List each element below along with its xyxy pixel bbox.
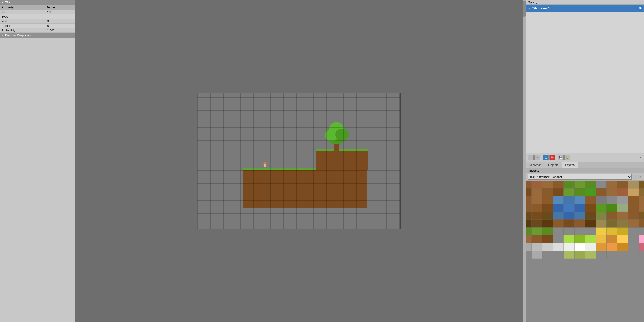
- tool-btn-stop[interactable]: ⛔: [549, 155, 555, 160]
- svg-rect-65: [526, 204, 532, 212]
- svg-rect-86: [532, 212, 542, 219]
- center-scrollbar[interactable]: [523, 0, 526, 322]
- svg-rect-90: [575, 212, 585, 219]
- svg-rect-12: [596, 181, 606, 188]
- table-row: Type: [0, 14, 75, 19]
- tab-layers[interactable]: Layers: [562, 162, 578, 168]
- svg-rect-73: [606, 204, 617, 212]
- svg-rect-186: [532, 251, 542, 259]
- tilesets-header: Tilesets: [526, 168, 644, 173]
- svg-rect-69: [564, 204, 575, 212]
- svg-rect-185: [526, 251, 532, 259]
- svg-rect-7: [542, 181, 553, 188]
- svg-rect-29: [564, 188, 575, 196]
- property-value: 8: [46, 19, 75, 24]
- tab-objects[interactable]: Objects: [545, 162, 562, 168]
- svg-rect-149: [564, 235, 575, 243]
- svg-rect-170: [575, 243, 585, 251]
- tool-btn-lock[interactable]: 🔒: [564, 155, 570, 160]
- layer-row[interactable]: ⊞ Tile Layer 1 👁: [526, 5, 644, 12]
- svg-rect-136: [639, 227, 644, 235]
- svg-rect-109: [564, 219, 575, 227]
- svg-rect-8: [553, 181, 564, 188]
- svg-rect-135: [628, 227, 639, 235]
- svg-rect-132: [596, 227, 606, 235]
- opacity-row: Opacity:: [526, 0, 644, 5]
- svg-rect-150: [575, 235, 585, 243]
- svg-rect-165: [526, 243, 532, 251]
- svg-rect-192: [596, 251, 606, 259]
- property-name: Probability: [0, 28, 46, 33]
- svg-rect-31: [585, 188, 596, 196]
- tileset-minimize-btn[interactable]: –: [633, 175, 637, 179]
- svg-rect-14: [617, 181, 628, 188]
- svg-rect-93: [606, 212, 617, 219]
- svg-rect-194: [617, 251, 628, 259]
- tab-minimap[interactable]: Mini-map: [526, 162, 545, 168]
- panel-close-btn[interactable]: ×: [638, 155, 642, 160]
- property-value: 163: [46, 10, 75, 14]
- svg-rect-88: [553, 212, 564, 219]
- svg-rect-32: [596, 188, 606, 196]
- svg-rect-148: [553, 235, 564, 243]
- upper-platform-grass: [316, 149, 368, 151]
- svg-rect-66: [532, 204, 542, 212]
- svg-rect-114: [617, 219, 628, 227]
- svg-rect-52: [596, 196, 606, 204]
- scrollbar-thumb[interactable]: [523, 1, 526, 17]
- panel-minimize-btn[interactable]: –: [633, 155, 638, 160]
- svg-rect-127: [542, 227, 553, 235]
- svg-rect-70: [575, 204, 585, 212]
- tool-btn-grid[interactable]: ⊞: [543, 155, 549, 160]
- svg-rect-174: [617, 243, 628, 251]
- svg-rect-96: [639, 212, 644, 219]
- svg-rect-187: [542, 251, 553, 259]
- properties-table: Property Value ID163TypeWidth8Height8Pro…: [0, 5, 75, 33]
- svg-rect-50: [575, 196, 585, 204]
- svg-rect-36: [639, 188, 644, 196]
- svg-rect-30: [575, 188, 585, 196]
- property-value: [46, 14, 75, 19]
- tool-btn-fwd[interactable]: →: [534, 155, 540, 160]
- svg-rect-169: [564, 243, 575, 251]
- collapse-arrow[interactable]: ▼: [2, 1, 4, 4]
- svg-rect-28: [553, 188, 564, 196]
- tileset-svg: [526, 181, 644, 322]
- svg-rect-154: [617, 235, 628, 243]
- svg-rect-56: [639, 196, 644, 204]
- svg-rect-116: [639, 219, 644, 227]
- svg-rect-26: [532, 188, 542, 196]
- tree-foliage-right: [335, 129, 349, 141]
- tile-section-header: ▼ Tile: [0, 0, 75, 5]
- svg-rect-15: [628, 181, 639, 188]
- svg-rect-167: [542, 243, 553, 251]
- svg-rect-196: [639, 251, 644, 259]
- toolbar-row: ← → ⊞ ⛔ 💾 🔒 – ×: [526, 153, 644, 162]
- property-name: Height: [0, 24, 46, 28]
- svg-rect-33: [606, 188, 617, 196]
- tool-btn-back[interactable]: ←: [528, 155, 534, 160]
- svg-rect-173: [606, 243, 617, 251]
- svg-rect-125: [526, 227, 532, 235]
- layer-left: ⊞ Tile Layer 1: [528, 6, 550, 10]
- custom-props-area: [0, 38, 75, 322]
- svg-rect-191: [585, 251, 596, 259]
- table-row: Width8: [0, 19, 75, 24]
- tileset-dropdown[interactable]: 8x8 Platformer Tilepallet: [528, 174, 632, 180]
- map-canvas[interactable]: [197, 93, 401, 229]
- svg-rect-46: [532, 196, 542, 204]
- svg-rect-175: [628, 243, 639, 251]
- svg-rect-92: [596, 212, 606, 219]
- svg-rect-11: [585, 181, 596, 188]
- tileset-palette[interactable]: [526, 181, 644, 322]
- svg-rect-156: [639, 235, 644, 243]
- tileset-close-btn[interactable]: ×: [638, 175, 642, 179]
- bottom-tabs: Mini-map Objects Layers: [526, 162, 644, 168]
- svg-rect-172: [596, 243, 606, 251]
- lower-platform-base: [243, 170, 367, 208]
- layer-eye-icon[interactable]: 👁: [639, 6, 642, 10]
- svg-rect-6: [532, 181, 542, 188]
- svg-rect-107: [542, 219, 553, 227]
- custom-collapse-arrow[interactable]: ▼: [2, 34, 4, 36]
- tool-btn-save[interactable]: 💾: [558, 155, 564, 160]
